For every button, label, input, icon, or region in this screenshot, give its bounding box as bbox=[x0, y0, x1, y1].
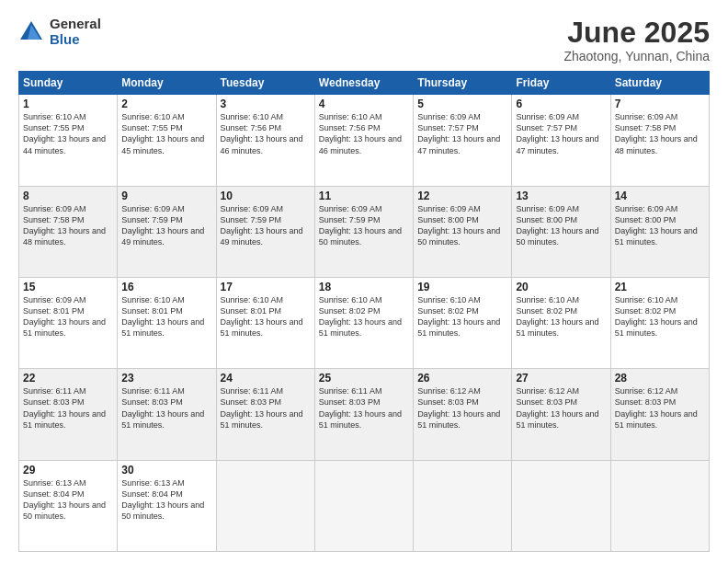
day-info: Sunrise: 6:10 AMSunset: 8:01 PMDaylight:… bbox=[221, 294, 311, 339]
day-number: 19 bbox=[417, 281, 507, 293]
day-info: Sunrise: 6:11 AMSunset: 8:03 PMDaylight:… bbox=[319, 385, 409, 431]
table-row: 16Sunrise: 6:10 AMSunset: 8:01 PMDayligh… bbox=[118, 277, 216, 368]
day-info: Sunrise: 6:10 AMSunset: 7:55 PMDaylight:… bbox=[23, 111, 113, 156]
day-number: 9 bbox=[121, 190, 211, 202]
calendar-week-row: 8Sunrise: 6:09 AMSunset: 7:58 PMDaylight… bbox=[19, 186, 710, 277]
day-info: Sunrise: 6:10 AMSunset: 8:01 PMDaylight:… bbox=[121, 294, 211, 339]
day-info: Sunrise: 6:09 AMSunset: 7:58 PMDaylight:… bbox=[23, 203, 113, 248]
col-monday: Monday bbox=[118, 72, 216, 95]
table-row: 8Sunrise: 6:09 AMSunset: 7:58 PMDaylight… bbox=[19, 186, 118, 277]
calendar-week-row: 22Sunrise: 6:11 AMSunset: 8:03 PMDayligh… bbox=[19, 369, 710, 460]
day-number: 24 bbox=[221, 372, 311, 385]
day-number: 21 bbox=[615, 281, 705, 293]
table-row: 27Sunrise: 6:12 AMSunset: 8:03 PMDayligh… bbox=[512, 369, 610, 460]
table-row: 24Sunrise: 6:11 AMSunset: 8:03 PMDayligh… bbox=[216, 369, 314, 460]
day-number: 14 bbox=[615, 190, 705, 202]
day-info: Sunrise: 6:09 AMSunset: 7:57 PMDaylight:… bbox=[417, 111, 507, 156]
table-row: 28Sunrise: 6:12 AMSunset: 8:03 PMDayligh… bbox=[610, 369, 709, 460]
day-info: Sunrise: 6:12 AMSunset: 8:03 PMDaylight:… bbox=[615, 385, 705, 431]
table-row: 18Sunrise: 6:10 AMSunset: 8:02 PMDayligh… bbox=[314, 277, 413, 368]
day-number: 20 bbox=[516, 281, 606, 293]
logo-blue-text: Blue bbox=[50, 32, 101, 48]
day-number: 11 bbox=[319, 190, 409, 202]
day-info: Sunrise: 6:10 AMSunset: 7:55 PMDaylight:… bbox=[121, 111, 211, 156]
logo: General Blue bbox=[18, 17, 101, 47]
day-info: Sunrise: 6:09 AMSunset: 8:00 PMDaylight:… bbox=[615, 203, 705, 248]
day-number: 29 bbox=[23, 464, 113, 477]
title-block: June 2025 Zhaotong, Yunnan, China bbox=[563, 17, 710, 63]
day-number: 17 bbox=[221, 281, 311, 293]
day-info: Sunrise: 6:09 AMSunset: 7:57 PMDaylight:… bbox=[516, 111, 606, 156]
col-tuesday: Tuesday bbox=[216, 72, 314, 95]
day-info: Sunrise: 6:09 AMSunset: 7:59 PMDaylight:… bbox=[319, 203, 409, 248]
logo-text: General Blue bbox=[50, 17, 101, 47]
calendar-week-row: 29Sunrise: 6:13 AMSunset: 8:04 PMDayligh… bbox=[19, 460, 710, 551]
table-row: 6Sunrise: 6:09 AMSunset: 7:57 PMDaylight… bbox=[512, 95, 610, 186]
col-friday: Friday bbox=[512, 72, 610, 95]
day-number: 2 bbox=[121, 98, 211, 110]
month-title: June 2025 bbox=[563, 17, 710, 49]
day-info: Sunrise: 6:10 AMSunset: 7:56 PMDaylight:… bbox=[319, 111, 409, 156]
page: General Blue June 2025 Zhaotong, Yunnan,… bbox=[0, 0, 728, 563]
table-row: 2Sunrise: 6:10 AMSunset: 7:55 PMDaylight… bbox=[118, 95, 216, 186]
col-wednesday: Wednesday bbox=[314, 72, 413, 95]
day-info: Sunrise: 6:09 AMSunset: 8:01 PMDaylight:… bbox=[23, 294, 113, 339]
location-subtitle: Zhaotong, Yunnan, China bbox=[563, 49, 710, 63]
day-info: Sunrise: 6:10 AMSunset: 8:02 PMDaylight:… bbox=[319, 294, 409, 339]
calendar-week-row: 15Sunrise: 6:09 AMSunset: 8:01 PMDayligh… bbox=[19, 277, 710, 368]
table-row bbox=[216, 460, 314, 551]
table-row: 17Sunrise: 6:10 AMSunset: 8:01 PMDayligh… bbox=[216, 277, 314, 368]
day-number: 1 bbox=[23, 98, 113, 110]
day-info: Sunrise: 6:09 AMSunset: 8:00 PMDaylight:… bbox=[516, 203, 606, 248]
logo-icon bbox=[18, 19, 44, 45]
day-info: Sunrise: 6:12 AMSunset: 8:03 PMDaylight:… bbox=[417, 385, 507, 431]
table-row: 30Sunrise: 6:13 AMSunset: 8:04 PMDayligh… bbox=[118, 460, 216, 551]
col-thursday: Thursday bbox=[414, 72, 512, 95]
day-info: Sunrise: 6:12 AMSunset: 8:03 PMDaylight:… bbox=[516, 385, 606, 431]
table-row: 1Sunrise: 6:10 AMSunset: 7:55 PMDaylight… bbox=[19, 95, 118, 186]
day-info: Sunrise: 6:13 AMSunset: 8:04 PMDaylight:… bbox=[121, 477, 211, 523]
table-row bbox=[512, 460, 610, 551]
day-info: Sunrise: 6:13 AMSunset: 8:04 PMDaylight:… bbox=[23, 477, 113, 523]
day-info: Sunrise: 6:09 AMSunset: 7:59 PMDaylight:… bbox=[221, 203, 311, 248]
day-number: 4 bbox=[319, 98, 409, 110]
col-sunday: Sunday bbox=[19, 72, 118, 95]
day-info: Sunrise: 6:11 AMSunset: 8:03 PMDaylight:… bbox=[23, 385, 113, 431]
col-saturday: Saturday bbox=[610, 72, 709, 95]
table-row: 10Sunrise: 6:09 AMSunset: 7:59 PMDayligh… bbox=[216, 186, 314, 277]
day-number: 16 bbox=[121, 281, 211, 293]
calendar-table: Sunday Monday Tuesday Wednesday Thursday… bbox=[18, 71, 710, 552]
day-number: 7 bbox=[615, 98, 705, 110]
day-info: Sunrise: 6:11 AMSunset: 8:03 PMDaylight:… bbox=[221, 385, 311, 431]
day-number: 13 bbox=[516, 190, 606, 202]
day-number: 27 bbox=[516, 372, 606, 385]
table-row: 13Sunrise: 6:09 AMSunset: 8:00 PMDayligh… bbox=[512, 186, 610, 277]
day-number: 25 bbox=[319, 372, 409, 385]
table-row: 14Sunrise: 6:09 AMSunset: 8:00 PMDayligh… bbox=[610, 186, 709, 277]
day-info: Sunrise: 6:10 AMSunset: 8:02 PMDaylight:… bbox=[417, 294, 507, 339]
day-number: 15 bbox=[23, 281, 113, 293]
table-row: 7Sunrise: 6:09 AMSunset: 7:58 PMDaylight… bbox=[610, 95, 709, 186]
day-info: Sunrise: 6:09 AMSunset: 8:00 PMDaylight:… bbox=[417, 203, 507, 248]
day-info: Sunrise: 6:09 AMSunset: 7:59 PMDaylight:… bbox=[121, 203, 211, 248]
day-info: Sunrise: 6:10 AMSunset: 8:02 PMDaylight:… bbox=[615, 294, 705, 339]
table-row: 25Sunrise: 6:11 AMSunset: 8:03 PMDayligh… bbox=[314, 369, 413, 460]
day-number: 30 bbox=[121, 464, 211, 477]
day-info: Sunrise: 6:10 AMSunset: 8:02 PMDaylight:… bbox=[516, 294, 606, 339]
table-row: 9Sunrise: 6:09 AMSunset: 7:59 PMDaylight… bbox=[118, 186, 216, 277]
day-number: 10 bbox=[221, 190, 311, 202]
day-info: Sunrise: 6:09 AMSunset: 7:58 PMDaylight:… bbox=[615, 111, 705, 156]
day-number: 18 bbox=[319, 281, 409, 293]
table-row: 26Sunrise: 6:12 AMSunset: 8:03 PMDayligh… bbox=[414, 369, 512, 460]
table-row: 3Sunrise: 6:10 AMSunset: 7:56 PMDaylight… bbox=[216, 95, 314, 186]
table-row: 21Sunrise: 6:10 AMSunset: 8:02 PMDayligh… bbox=[610, 277, 709, 368]
day-number: 22 bbox=[23, 372, 113, 385]
day-number: 26 bbox=[417, 372, 507, 385]
table-row bbox=[314, 460, 413, 551]
calendar-header-row: Sunday Monday Tuesday Wednesday Thursday… bbox=[19, 72, 710, 95]
table-row: 22Sunrise: 6:11 AMSunset: 8:03 PMDayligh… bbox=[19, 369, 118, 460]
day-number: 3 bbox=[221, 98, 311, 110]
day-number: 8 bbox=[23, 190, 113, 202]
day-number: 5 bbox=[417, 98, 507, 110]
table-row: 19Sunrise: 6:10 AMSunset: 8:02 PMDayligh… bbox=[414, 277, 512, 368]
